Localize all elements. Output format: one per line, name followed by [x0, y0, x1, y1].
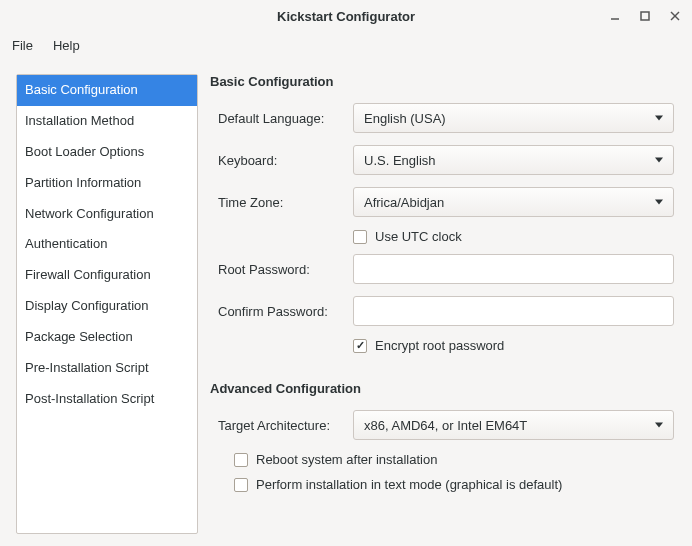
- maximize-icon[interactable]: [638, 9, 652, 23]
- minimize-icon[interactable]: [608, 9, 622, 23]
- advanced-checks: Reboot system after installation Perform…: [210, 452, 674, 492]
- encrypt-label: Encrypt root password: [375, 338, 504, 353]
- arch-value: x86, AMD64, or Intel EM64T: [364, 418, 527, 433]
- language-value: English (USA): [364, 111, 446, 126]
- chevron-down-icon: [655, 116, 663, 121]
- chevron-down-icon: [655, 423, 663, 428]
- timezone-value: Africa/Abidjan: [364, 195, 444, 210]
- window-controls: [608, 0, 682, 32]
- rootpw-input[interactable]: [353, 254, 674, 284]
- rootpw-label: Root Password:: [218, 262, 353, 277]
- basic-heading: Basic Configuration: [210, 74, 674, 89]
- sidebar-item-network-configuration[interactable]: Network Configuration: [17, 199, 197, 230]
- keyboard-label: Keyboard:: [218, 153, 353, 168]
- sidebar-item-partition-information[interactable]: Partition Information: [17, 168, 197, 199]
- titlebar: Kickstart Configurator: [0, 0, 692, 32]
- row-textmode: Perform installation in text mode (graph…: [226, 477, 674, 492]
- chevron-down-icon: [655, 200, 663, 205]
- reboot-label: Reboot system after installation: [256, 452, 437, 467]
- row-keyboard: Keyboard: U.S. English: [210, 145, 674, 175]
- encrypt-checkbox[interactable]: [353, 339, 367, 353]
- row-timezone: Time Zone: Africa/Abidjan: [210, 187, 674, 217]
- content-area: Basic Configuration Installation Method …: [0, 58, 692, 544]
- reboot-checkbox[interactable]: [234, 453, 248, 467]
- arch-label: Target Architecture:: [218, 418, 353, 433]
- menu-file[interactable]: File: [4, 35, 41, 56]
- row-confirmpw: Confirm Password:: [210, 296, 674, 326]
- advanced-section: Advanced Configuration Target Architectu…: [210, 381, 674, 492]
- sidebar-item-firewall-configuration[interactable]: Firewall Configuration: [17, 260, 197, 291]
- sidebar-item-post-installation-script[interactable]: Post-Installation Script: [17, 384, 197, 415]
- close-icon[interactable]: [668, 9, 682, 23]
- main-panel: Basic Configuration Default Language: En…: [210, 74, 682, 534]
- keyboard-combo[interactable]: U.S. English: [353, 145, 674, 175]
- sidebar-item-basic-configuration[interactable]: Basic Configuration: [17, 75, 197, 106]
- row-utc: Use UTC clock: [210, 229, 674, 244]
- advanced-heading: Advanced Configuration: [210, 381, 674, 396]
- svg-rect-1: [641, 12, 649, 20]
- sidebar-item-boot-loader-options[interactable]: Boot Loader Options: [17, 137, 197, 168]
- window-title: Kickstart Configurator: [277, 9, 415, 24]
- keyboard-value: U.S. English: [364, 153, 436, 168]
- utc-checkbox[interactable]: [353, 230, 367, 244]
- language-label: Default Language:: [218, 111, 353, 126]
- menubar: File Help: [0, 32, 692, 58]
- row-arch: Target Architecture: x86, AMD64, or Inte…: [210, 410, 674, 440]
- confirmpw-label: Confirm Password:: [218, 304, 353, 319]
- sidebar-item-authentication[interactable]: Authentication: [17, 229, 197, 260]
- chevron-down-icon: [655, 158, 663, 163]
- row-reboot: Reboot system after installation: [226, 452, 674, 467]
- confirmpw-input[interactable]: [353, 296, 674, 326]
- row-language: Default Language: English (USA): [210, 103, 674, 133]
- menu-help[interactable]: Help: [45, 35, 88, 56]
- row-rootpw: Root Password:: [210, 254, 674, 284]
- sidebar-item-display-configuration[interactable]: Display Configuration: [17, 291, 197, 322]
- arch-combo[interactable]: x86, AMD64, or Intel EM64T: [353, 410, 674, 440]
- sidebar: Basic Configuration Installation Method …: [16, 74, 198, 534]
- sidebar-item-package-selection[interactable]: Package Selection: [17, 322, 197, 353]
- row-encrypt: Encrypt root password: [210, 338, 674, 353]
- language-combo[interactable]: English (USA): [353, 103, 674, 133]
- sidebar-item-installation-method[interactable]: Installation Method: [17, 106, 197, 137]
- textmode-label: Perform installation in text mode (graph…: [256, 477, 562, 492]
- timezone-label: Time Zone:: [218, 195, 353, 210]
- utc-label: Use UTC clock: [375, 229, 462, 244]
- timezone-combo[interactable]: Africa/Abidjan: [353, 187, 674, 217]
- textmode-checkbox[interactable]: [234, 478, 248, 492]
- sidebar-item-pre-installation-script[interactable]: Pre-Installation Script: [17, 353, 197, 384]
